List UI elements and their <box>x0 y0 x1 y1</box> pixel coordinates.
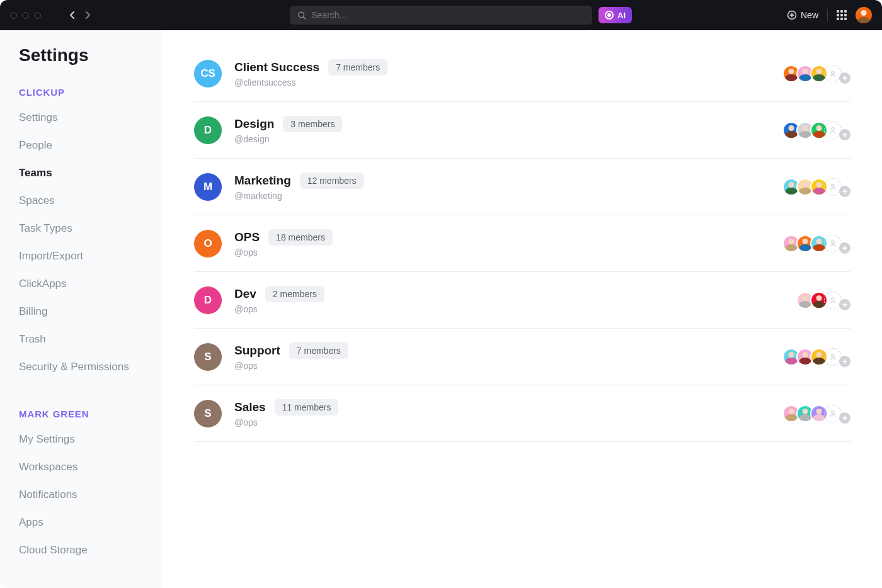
svg-point-7 <box>832 184 834 186</box>
divider <box>827 9 828 21</box>
sidebar: Settings CLICKUPSettingsPeopleTeamsSpace… <box>0 30 163 588</box>
member-avatars: + <box>782 234 850 254</box>
team-avatar: O <box>194 230 222 257</box>
sidebar-item-security-permissions[interactable]: Security & Permissions <box>19 361 162 373</box>
team-info: Support7 members@ops <box>234 342 348 371</box>
sidebar-item-people[interactable]: People <box>19 139 162 152</box>
sidebar-item-cloud-storage[interactable]: Cloud Storage <box>19 544 162 557</box>
team-row[interactable]: OOPS18 members@ops+ <box>194 215 850 272</box>
member-count-badge: 7 members <box>289 342 348 359</box>
add-member-button[interactable]: + <box>839 242 850 254</box>
team-avatar: D <box>194 116 222 144</box>
svg-point-10 <box>832 354 834 356</box>
team-name: Client Success <box>234 60 319 74</box>
team-row[interactable]: DDesign3 members@design+ <box>194 102 850 159</box>
member-count-badge: 3 members <box>283 116 342 132</box>
team-row[interactable]: SSupport7 members@ops+ <box>194 329 850 385</box>
team-info: Marketing12 members@marketing <box>234 172 364 201</box>
new-label: New <box>801 10 818 20</box>
close-window-icon[interactable] <box>10 12 17 19</box>
add-member-button[interactable]: + <box>839 186 850 197</box>
topbar: AI New <box>0 0 882 30</box>
add-member-button[interactable]: + <box>839 129 850 140</box>
member-avatars: + <box>782 347 850 367</box>
team-name: Marketing <box>234 174 291 188</box>
nav-arrows <box>69 11 91 20</box>
team-name: Dev <box>234 287 256 301</box>
maximize-window-icon[interactable] <box>34 12 41 19</box>
ai-button[interactable]: AI <box>598 7 632 23</box>
search-icon <box>297 11 306 20</box>
ai-icon <box>605 11 614 20</box>
add-member-button[interactable]: + <box>839 356 850 367</box>
team-info: Dev2 members@ops <box>234 286 324 314</box>
sidebar-item-spaces[interactable]: Spaces <box>19 195 162 207</box>
add-member-button[interactable]: + <box>839 299 850 310</box>
team-avatar: CS <box>194 60 222 88</box>
team-row[interactable]: DDev2 members@ops+ <box>194 272 850 329</box>
team-name: Support <box>234 344 280 358</box>
minimize-window-icon[interactable] <box>22 12 29 19</box>
forward-button[interactable] <box>85 11 91 20</box>
team-handle: @clientsuccess <box>234 77 387 88</box>
apps-menu-button[interactable] <box>837 10 847 20</box>
team-info: Design3 members@design <box>234 116 342 144</box>
team-row[interactable]: SSales11 members@ops+ <box>194 385 850 442</box>
team-avatar: D <box>194 286 222 314</box>
sidebar-item-notifications[interactable]: Notifications <box>19 489 162 501</box>
back-button[interactable] <box>69 11 75 20</box>
team-avatar: M <box>194 173 222 201</box>
new-button[interactable]: New <box>787 10 818 20</box>
team-handle: @ops <box>234 247 333 257</box>
sidebar-section-header: CLICKUP <box>19 87 162 98</box>
svg-point-6 <box>832 127 834 130</box>
team-name: OPS <box>234 230 260 244</box>
plus-circle-icon <box>787 10 797 20</box>
sidebar-item-task-types[interactable]: Task Types <box>19 222 162 235</box>
add-member-button[interactable]: + <box>839 72 850 84</box>
svg-point-9 <box>832 297 834 300</box>
user-avatar[interactable] <box>856 7 872 23</box>
sidebar-item-teams[interactable]: Teams <box>19 167 162 179</box>
team-handle: @design <box>234 134 342 144</box>
team-info: OPS18 members@ops <box>234 229 333 257</box>
team-avatar: S <box>194 400 222 427</box>
topbar-right: New <box>787 7 872 23</box>
sidebar-item-trash[interactable]: Trash <box>19 333 162 346</box>
svg-point-8 <box>832 240 834 243</box>
member-count-badge: 12 members <box>300 172 364 189</box>
sidebar-item-apps[interactable]: Apps <box>19 516 162 529</box>
member-avatars: + <box>782 177 850 197</box>
sidebar-section-header: MARK GREEN <box>19 409 162 419</box>
sidebar-item-import-export[interactable]: Import/Export <box>19 250 162 263</box>
team-handle: @ops <box>234 361 348 371</box>
svg-point-11 <box>832 410 834 413</box>
add-member-button[interactable]: + <box>839 412 850 424</box>
team-info: Sales11 members@ops <box>234 399 338 427</box>
svg-line-1 <box>304 16 306 18</box>
window-controls <box>10 12 41 19</box>
team-row[interactable]: CSClient Success7 members@clientsuccess+ <box>194 53 850 102</box>
team-row[interactable]: MMarketing12 members@marketing+ <box>194 159 850 215</box>
team-handle: @ops <box>234 304 324 314</box>
member-avatars: + <box>782 120 850 140</box>
member-count-badge: 2 members <box>265 286 324 302</box>
team-name: Sales <box>234 400 266 414</box>
ai-label: AI <box>617 11 626 20</box>
sidebar-item-settings[interactable]: Settings <box>19 111 162 124</box>
search-input[interactable] <box>311 10 585 20</box>
content: CSClient Success7 members@clientsuccess+… <box>163 30 882 588</box>
team-name: Design <box>234 117 274 131</box>
sidebar-item-clickapps[interactable]: ClickApps <box>19 278 162 290</box>
sidebar-item-workspaces[interactable]: Workspaces <box>19 461 162 473</box>
page-title: Settings <box>19 45 162 65</box>
main: Settings CLICKUPSettingsPeopleTeamsSpace… <box>0 30 882 588</box>
team-handle: @marketing <box>234 191 364 201</box>
member-avatars: + <box>782 404 850 424</box>
member-avatars: + <box>782 64 850 84</box>
member-avatars: + <box>796 290 850 310</box>
member-count-badge: 7 members <box>328 59 387 76</box>
sidebar-item-billing[interactable]: Billing <box>19 305 162 318</box>
sidebar-item-my-settings[interactable]: My Settings <box>19 433 162 446</box>
search-box[interactable] <box>290 6 592 25</box>
